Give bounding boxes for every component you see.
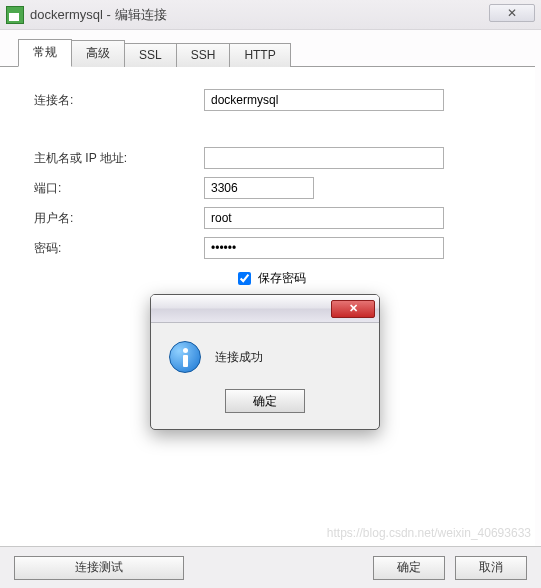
message-dialog-close-button[interactable]: ✕ <box>331 300 375 318</box>
connection-name-label: 连接名: <box>34 92 204 109</box>
tab-ssl[interactable]: SSL <box>124 43 177 67</box>
test-connection-button[interactable]: 连接测试 <box>14 556 184 580</box>
password-label: 密码: <box>34 240 204 257</box>
window-close-button[interactable]: ✕ <box>489 4 535 22</box>
close-icon: ✕ <box>349 302 358 315</box>
app-icon <box>6 6 24 24</box>
button-label: 确定 <box>253 393 277 410</box>
password-input[interactable] <box>204 237 444 259</box>
button-label: 取消 <box>479 559 503 576</box>
message-dialog-ok-button[interactable]: 确定 <box>225 389 305 413</box>
tab-strip: 常规 高级 SSL SSH HTTP <box>0 30 541 66</box>
cancel-button[interactable]: 取消 <box>455 556 527 580</box>
button-label: 确定 <box>397 559 421 576</box>
info-icon <box>169 341 201 373</box>
port-label: 端口: <box>34 180 204 197</box>
tab-label: 常规 <box>33 45 57 59</box>
port-input[interactable] <box>204 177 314 199</box>
ok-button[interactable]: 确定 <box>373 556 445 580</box>
window-title: dockermysql - 编辑连接 <box>30 6 167 24</box>
tab-label: SSL <box>139 48 162 62</box>
username-input[interactable] <box>204 207 444 229</box>
host-label: 主机名或 IP 地址: <box>34 150 204 167</box>
message-dialog-text: 连接成功 <box>215 349 263 366</box>
window-titlebar: dockermysql - 编辑连接 ✕ <box>0 0 541 30</box>
tab-label: 高级 <box>86 46 110 60</box>
save-password-checkbox[interactable] <box>238 272 251 285</box>
tab-label: HTTP <box>244 48 275 62</box>
tab-ssh[interactable]: SSH <box>176 43 231 67</box>
tab-general[interactable]: 常规 <box>18 39 72 67</box>
tab-http[interactable]: HTTP <box>229 43 290 67</box>
message-dialog-titlebar: ✕ <box>151 295 379 323</box>
tab-label: SSH <box>191 48 216 62</box>
close-icon: ✕ <box>507 6 517 20</box>
connection-name-input[interactable] <box>204 89 444 111</box>
save-password-label: 保存密码 <box>258 270 306 287</box>
tab-advanced[interactable]: 高级 <box>71 40 125 67</box>
host-input[interactable] <box>204 147 444 169</box>
username-label: 用户名: <box>34 210 204 227</box>
dialog-button-bar: 连接测试 确定 取消 <box>0 546 541 588</box>
button-label: 连接测试 <box>75 559 123 576</box>
message-dialog: ✕ 连接成功 确定 <box>150 294 380 430</box>
